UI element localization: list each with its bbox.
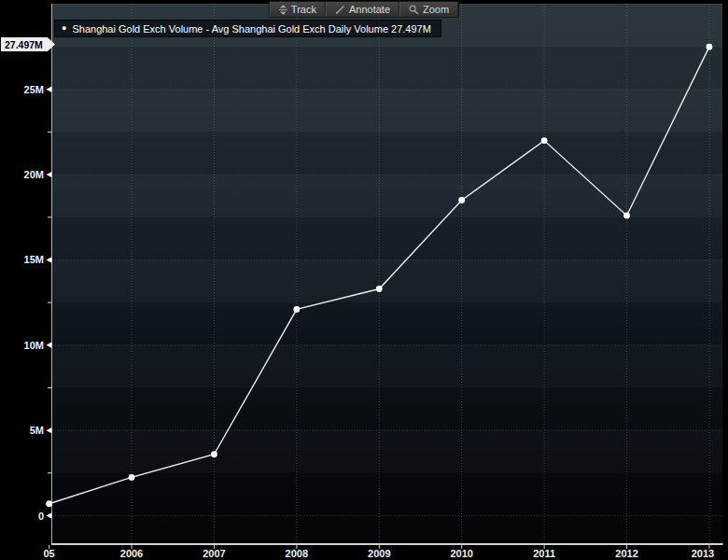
annotate-button[interactable]: Annotate: [326, 2, 399, 17]
data-point-2012[interactable]: [623, 213, 630, 219]
y-tick-label: 25M: [24, 84, 44, 95]
data-point-2008[interactable]: [293, 306, 300, 313]
x-tick-label: 2006: [120, 548, 143, 559]
track-button[interactable]: Track: [270, 2, 326, 17]
track-button-label: Track: [291, 4, 316, 15]
y-tick-arrow: [47, 172, 52, 177]
zoom-icon: [409, 5, 419, 15]
y-tick-arrow: [47, 512, 52, 518]
y-axis-ticks: 05M10M15M20M25M: [24, 84, 52, 522]
x-tick-label: 2013: [692, 548, 714, 559]
annotate-icon: [335, 5, 345, 15]
zoom-button[interactable]: Zoom: [399, 2, 458, 17]
series-legend[interactable]: ● Shanghai Gold Exch Volume - Avg Shangh…: [54, 20, 441, 37]
x-tick-label: 2011: [533, 548, 555, 559]
y-tick-arrow: [47, 427, 52, 433]
series-legend-label: Shanghai Gold Exch Volume - Avg Shanghai…: [72, 23, 430, 35]
x-tick-label: 2008: [286, 548, 308, 559]
x-tick-label: 2012: [615, 548, 637, 559]
data-point-2011[interactable]: [541, 137, 548, 144]
last-value-axis-tag: 27.497M: [1, 37, 55, 51]
chart-canvas: 05M10M15M20M25M0520062007200820092010201…: [0, 0, 728, 560]
zoom-button-label: Zoom: [423, 4, 449, 15]
background-bands: [52, 4, 723, 516]
y-tick-label: 5M: [30, 425, 44, 436]
track-icon: [279, 5, 287, 15]
y-tick-arrow: [47, 343, 52, 348]
x-tick-label: 05: [43, 548, 54, 559]
data-point-2005[interactable]: [46, 500, 52, 507]
y-tick-label: 0: [38, 511, 44, 522]
data-point-2007[interactable]: [211, 451, 217, 457]
y-tick-label: 15M: [24, 254, 44, 265]
data-point-2009[interactable]: [376, 286, 383, 292]
series-marker-icon: ●: [62, 24, 66, 33]
x-tick-label: 2007: [203, 548, 225, 559]
x-tick-label: 2010: [450, 548, 472, 559]
data-point-2013[interactable]: [707, 44, 713, 50]
y-tick-arrow: [47, 87, 52, 92]
data-point-2010[interactable]: [458, 197, 465, 203]
data-point-2006[interactable]: [129, 474, 135, 481]
x-axis-ticks: 0520062007200820092010201120122013: [43, 545, 714, 559]
chart-toolbar: Track Annotate Zoom: [269, 1, 459, 18]
annotate-button-label: Annotate: [349, 4, 390, 15]
y-tick-arrow: [47, 257, 52, 262]
x-tick-label: 2009: [368, 548, 390, 559]
bloomberg-chart-window: 05M10M15M20M25M0520062007200820092010201…: [0, 0, 728, 560]
y-tick-label: 20M: [24, 169, 44, 180]
y-tick-label: 10M: [24, 340, 44, 351]
